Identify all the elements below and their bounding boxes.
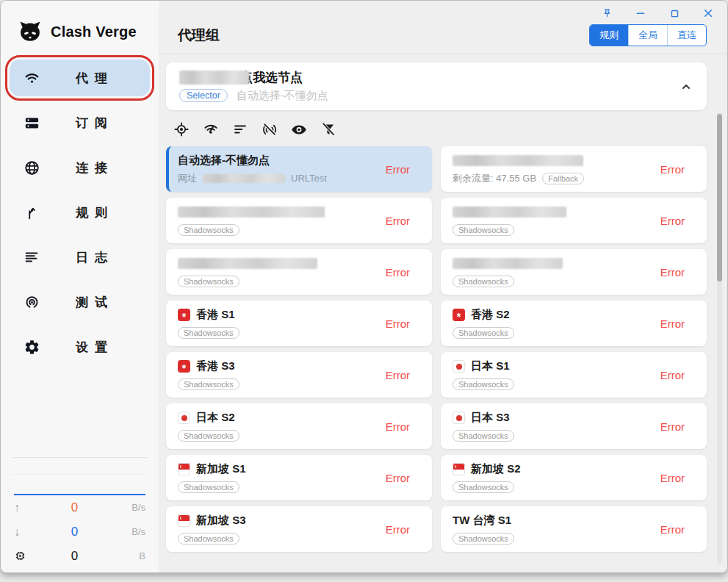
proxy-name: 新加坡 S3	[178, 513, 386, 528]
proxy-meta: Shadowsocks	[178, 480, 386, 494]
proxy-meta: 剩余流量: 47.55 GBFallback	[453, 171, 660, 185]
close-icon[interactable]	[702, 7, 714, 19]
proxy-card[interactable]: *香港 S1 Shadowsocks Error	[166, 301, 432, 346]
proxy-card[interactable]: 新加坡 S3 Shadowsocks Error	[166, 506, 432, 552]
wifi-tethering-off-icon[interactable]	[262, 121, 278, 137]
proxy-card[interactable]: 新加坡 S1 Shadowsocks Error	[166, 455, 432, 500]
sidebar-item-label: 日志	[40, 249, 143, 266]
group-title: 点我选节点	[179, 69, 671, 85]
proxy-card[interactable]: 自动选择-不懂勿点 网址URLTest Error	[166, 146, 432, 192]
traffic-graph	[14, 475, 145, 495]
sort-icon[interactable]	[232, 121, 248, 137]
group-selected-node: 自动选择-不懂勿点	[237, 89, 328, 103]
mode-global-button[interactable]: 全局	[628, 25, 667, 46]
proxy-name: 日本 S3	[453, 410, 660, 425]
proxy-card[interactable]: 日本 S2 Shadowsocks Error	[166, 403, 432, 449]
proxy-meta: Shadowsocks	[453, 326, 660, 340]
proxy-status: Error	[386, 369, 410, 381]
proxy-toolbar	[173, 121, 707, 137]
sidebar: Clash Verge 代理	[1, 1, 159, 572]
chevron-up-icon[interactable]	[680, 81, 692, 93]
titlebar	[159, 1, 727, 21]
sidebar-item-test[interactable]: 测试	[10, 284, 150, 320]
app-title: Clash Verge	[51, 24, 137, 40]
flag-jp-icon	[453, 412, 465, 424]
redacted-text	[203, 174, 285, 183]
proxy-card[interactable]: Shadowsocks Error	[166, 249, 432, 295]
proxy-name: 日本 S1	[453, 359, 660, 374]
proxy-status: Error	[386, 523, 410, 536]
scrollbar-track[interactable]	[717, 112, 722, 564]
network-check-icon[interactable]	[203, 121, 219, 137]
proxy-card[interactable]: Shadowsocks Error	[441, 198, 707, 243]
upload-unit: B/s	[116, 502, 145, 513]
pin-icon[interactable]	[601, 7, 613, 19]
sidebar-nav: 代理 订阅	[1, 57, 159, 373]
sidebar-item-connections[interactable]: 连接	[10, 149, 150, 186]
proxy-card[interactable]: 日本 S1 Shadowsocks Error	[441, 352, 707, 398]
proxy-status: Error	[660, 369, 685, 381]
memory-value: 0	[33, 549, 116, 564]
sidebar-item-settings[interactable]: 设置	[10, 328, 150, 365]
proxy-meta: Shadowsocks	[178, 274, 386, 288]
proxy-card[interactable]: 剩余流量: 47.55 GBFallback Error	[441, 146, 707, 192]
proxy-card[interactable]: Shadowsocks Error	[166, 198, 432, 243]
proxy-card[interactable]: *香港 S3 Shadowsocks Error	[166, 352, 432, 398]
proxy-card[interactable]: 日本 S3 Shadowsocks Error	[441, 403, 707, 449]
proxy-scroll-area: 点我选节点 Selector 自动选择-不懂勿点	[159, 54, 727, 572]
maximize-icon[interactable]	[668, 7, 680, 19]
proxy-name	[178, 256, 386, 271]
download-unit: B/s	[116, 526, 145, 537]
gear-icon	[23, 338, 40, 356]
download-stat: ↓ 0 B/s	[1, 520, 159, 544]
sidebar-item-profiles[interactable]: 订阅	[10, 104, 150, 141]
proxy-name	[178, 204, 386, 220]
proxy-card[interactable]: *香港 S2 Shadowsocks Error	[441, 301, 707, 346]
proxy-status: Error	[386, 163, 410, 176]
proxy-name: 日本 S2	[178, 410, 386, 425]
protocol-badge: Shadowsocks	[453, 327, 514, 339]
proxy-group-header[interactable]: 点我选节点 Selector 自动选择-不懂勿点	[166, 62, 707, 110]
protocol-badge: Shadowsocks	[453, 378, 514, 390]
sidebar-item-label: 设置	[40, 339, 143, 356]
flag-sg-icon	[178, 514, 190, 527]
subscriptions-icon	[23, 114, 40, 132]
sidebar-item-label: 规则	[40, 204, 143, 221]
minimize-icon[interactable]	[635, 7, 646, 19]
proxy-card[interactable]: 新加坡 S2 Shadowsocks Error	[441, 455, 707, 500]
mode-rule-button[interactable]: 规则	[590, 25, 628, 46]
proxy-status: Error	[386, 472, 410, 484]
main-panel: 代理组 规则 全局 直连 点我选节点 Selector 自动选择-不懂勿点	[159, 1, 727, 572]
test-signal-icon	[23, 293, 40, 311]
flag-jp-icon	[178, 412, 190, 424]
proxy-grid: 自动选择-不懂勿点 网址URLTest Error 剩余流量: 47.55 GB…	[166, 146, 707, 552]
proxy-card[interactable]: TW 台湾 S1 Shadowsocks Error	[441, 506, 707, 552]
locate-icon[interactable]	[173, 121, 190, 137]
protocol-badge: Shadowsocks	[453, 430, 514, 442]
sidebar-item-label: 连接	[40, 159, 143, 176]
app-logo: Clash Verge	[1, 1, 159, 57]
proxy-card[interactable]: Shadowsocks Error	[441, 249, 707, 295]
proxy-meta: Shadowsocks	[178, 223, 386, 237]
redacted-text	[178, 258, 317, 269]
sidebar-item-logs[interactable]: 日志	[10, 239, 150, 276]
sidebar-item-label: 测试	[40, 294, 143, 311]
proxy-meta: Shadowsocks	[178, 531, 386, 545]
globe-icon	[23, 159, 40, 176]
proxy-name: 新加坡 S2	[453, 461, 660, 477]
redacted-text	[453, 155, 583, 166]
visibility-icon[interactable]	[291, 121, 307, 137]
sidebar-item-proxies[interactable]: 代理	[10, 60, 150, 96]
proxy-meta: Shadowsocks	[453, 223, 660, 237]
filter-off-icon[interactable]	[320, 121, 336, 137]
proxy-status: Error	[660, 163, 685, 176]
proxy-status: Error	[660, 472, 685, 484]
proxy-meta: 网址URLTest	[178, 171, 386, 185]
proxy-meta: Shadowsocks	[453, 531, 660, 545]
protocol-badge: Shadowsocks	[453, 481, 514, 493]
sidebar-item-rules[interactable]: 规则	[10, 194, 150, 231]
mode-direct-button[interactable]: 直连	[667, 25, 706, 46]
scrollbar-thumb[interactable]	[717, 114, 722, 281]
proxy-name: 自动选择-不懂勿点	[178, 153, 386, 168]
proxy-status: Error	[660, 266, 685, 279]
